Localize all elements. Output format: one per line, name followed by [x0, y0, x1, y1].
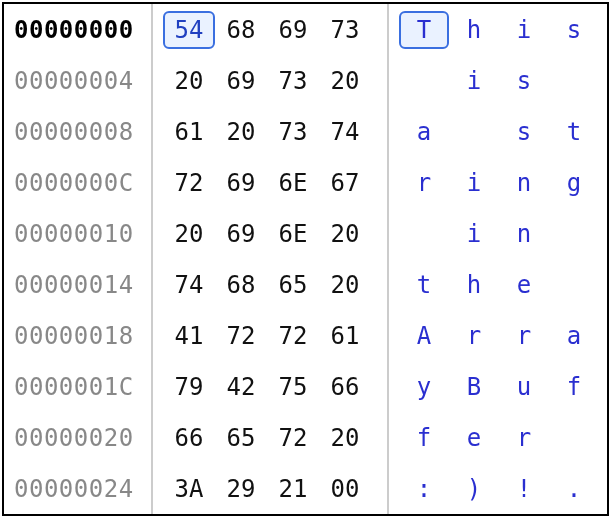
- ascii-cell[interactable]: a: [399, 113, 449, 151]
- byte-cell[interactable]: 21: [267, 470, 319, 508]
- hex-row: 0000001841727261Arra: [4, 310, 607, 361]
- byte-cell[interactable]: 72: [163, 164, 215, 202]
- byte-cell[interactable]: 66: [319, 368, 371, 406]
- byte-cell[interactable]: 20: [215, 113, 267, 151]
- ascii-cell[interactable]: s: [499, 62, 549, 100]
- bytes-column: 20697320: [153, 55, 389, 106]
- ascii-cell[interactable]: s: [549, 11, 599, 49]
- byte-cell[interactable]: 74: [163, 266, 215, 304]
- ascii-cell[interactable]: t: [399, 266, 449, 304]
- ascii-cell[interactable]: r: [449, 317, 499, 355]
- offset-cell[interactable]: 00000010: [4, 208, 153, 259]
- ascii-cell[interactable]: A: [399, 317, 449, 355]
- ascii-cell[interactable]: [449, 113, 499, 151]
- byte-cell[interactable]: 69: [267, 11, 319, 49]
- ascii-cell[interactable]: :: [399, 470, 449, 508]
- ascii-cell[interactable]: e: [499, 266, 549, 304]
- byte-cell[interactable]: 20: [163, 215, 215, 253]
- ascii-cell[interactable]: s: [499, 113, 549, 151]
- byte-cell[interactable]: 20: [319, 266, 371, 304]
- byte-cell[interactable]: 75: [267, 368, 319, 406]
- ascii-cell[interactable]: i: [449, 62, 499, 100]
- ascii-cell[interactable]: h: [449, 11, 499, 49]
- ascii-cell[interactable]: [399, 62, 449, 100]
- byte-cell[interactable]: 73: [267, 113, 319, 151]
- hex-row: 0000000420697320 is: [4, 55, 607, 106]
- byte-cell[interactable]: 72: [267, 419, 319, 457]
- byte-cell[interactable]: 72: [215, 317, 267, 355]
- ascii-column: yBuf: [389, 361, 599, 412]
- byte-cell[interactable]: 20: [319, 419, 371, 457]
- byte-cell[interactable]: 68: [215, 11, 267, 49]
- hex-row: 0000000C72696E67ring: [4, 157, 607, 208]
- ascii-cell[interactable]: r: [499, 419, 549, 457]
- ascii-cell[interactable]: a: [549, 317, 599, 355]
- ascii-cell[interactable]: !: [499, 470, 549, 508]
- byte-cell[interactable]: 66: [163, 419, 215, 457]
- ascii-cell[interactable]: h: [449, 266, 499, 304]
- byte-cell[interactable]: 20: [319, 215, 371, 253]
- byte-cell[interactable]: 6E: [267, 164, 319, 202]
- byte-cell[interactable]: 41: [163, 317, 215, 355]
- ascii-cell[interactable]: n: [499, 164, 549, 202]
- offset-cell[interactable]: 00000004: [4, 55, 153, 106]
- offset-cell[interactable]: 00000024: [4, 463, 153, 514]
- ascii-cell[interactable]: t: [549, 113, 599, 151]
- byte-cell[interactable]: 69: [215, 62, 267, 100]
- ascii-cell[interactable]: i: [499, 11, 549, 49]
- ascii-column: in: [389, 208, 599, 259]
- offset-cell[interactable]: 0000001C: [4, 361, 153, 412]
- ascii-cell[interactable]: ): [449, 470, 499, 508]
- byte-cell[interactable]: 20: [163, 62, 215, 100]
- ascii-cell[interactable]: r: [499, 317, 549, 355]
- byte-cell[interactable]: 73: [267, 62, 319, 100]
- byte-cell[interactable]: 00: [319, 470, 371, 508]
- ascii-cell[interactable]: [549, 419, 599, 457]
- ascii-cell[interactable]: n: [499, 215, 549, 253]
- byte-cell[interactable]: 74: [319, 113, 371, 151]
- ascii-cell[interactable]: i: [449, 164, 499, 202]
- byte-cell[interactable]: 79: [163, 368, 215, 406]
- byte-cell[interactable]: 65: [267, 266, 319, 304]
- bytes-column: 74686520: [153, 259, 389, 310]
- ascii-cell[interactable]: f: [399, 419, 449, 457]
- ascii-cell[interactable]: [549, 215, 599, 253]
- bytes-column: 41727261: [153, 310, 389, 361]
- byte-cell[interactable]: 69: [215, 164, 267, 202]
- ascii-cell[interactable]: B: [449, 368, 499, 406]
- ascii-cell[interactable]: f: [549, 368, 599, 406]
- byte-cell[interactable]: 67: [319, 164, 371, 202]
- ascii-cell[interactable]: [549, 266, 599, 304]
- ascii-cell[interactable]: g: [549, 164, 599, 202]
- bytes-column: 54686973: [153, 4, 389, 55]
- byte-cell[interactable]: 3A: [163, 470, 215, 508]
- byte-cell[interactable]: 65: [215, 419, 267, 457]
- byte-cell[interactable]: 61: [319, 317, 371, 355]
- byte-cell[interactable]: 68: [215, 266, 267, 304]
- offset-cell[interactable]: 00000014: [4, 259, 153, 310]
- ascii-cell[interactable]: [549, 62, 599, 100]
- ascii-cell[interactable]: i: [449, 215, 499, 253]
- ascii-cell[interactable]: r: [399, 164, 449, 202]
- byte-cell[interactable]: 6E: [267, 215, 319, 253]
- ascii-cell[interactable]: y: [399, 368, 449, 406]
- ascii-cell[interactable]: e: [449, 419, 499, 457]
- byte-cell[interactable]: 73: [319, 11, 371, 49]
- hex-row: 0000001C79427566yBuf: [4, 361, 607, 412]
- ascii-cell[interactable]: T: [399, 11, 449, 49]
- ascii-cell[interactable]: u: [499, 368, 549, 406]
- ascii-cell[interactable]: [399, 215, 449, 253]
- offset-cell[interactable]: 00000008: [4, 106, 153, 157]
- ascii-cell[interactable]: .: [549, 470, 599, 508]
- offset-cell[interactable]: 0000000C: [4, 157, 153, 208]
- offset-cell[interactable]: 00000000: [4, 4, 153, 55]
- byte-cell[interactable]: 42: [215, 368, 267, 406]
- byte-cell[interactable]: 72: [267, 317, 319, 355]
- byte-cell[interactable]: 61: [163, 113, 215, 151]
- byte-cell[interactable]: 69: [215, 215, 267, 253]
- byte-cell[interactable]: 29: [215, 470, 267, 508]
- offset-cell[interactable]: 00000020: [4, 412, 153, 463]
- byte-cell[interactable]: 54: [163, 11, 215, 49]
- offset-cell[interactable]: 00000018: [4, 310, 153, 361]
- byte-cell[interactable]: 20: [319, 62, 371, 100]
